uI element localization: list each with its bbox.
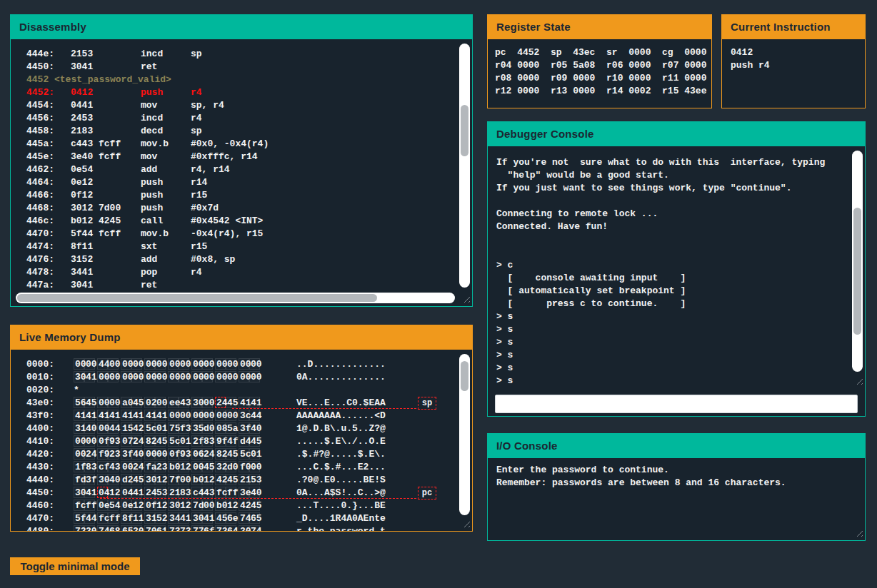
memory-byte[interactable]: 74	[239, 512, 249, 524]
io-console-resize-handle[interactable]	[854, 528, 863, 537]
memory-byte[interactable]: f0	[239, 461, 249, 472]
memory-byte[interactable]: fc	[74, 500, 84, 511]
memory-byte[interactable]: 23	[155, 461, 166, 472]
memory-byte[interactable]: 0e	[97, 500, 108, 511]
memory-byte[interactable]: 40	[84, 422, 95, 434]
memory-byte[interactable]: 00	[249, 358, 260, 370]
memory-byte[interactable]: 00	[179, 410, 189, 421]
memory-byte[interactable]: 45	[249, 435, 260, 447]
memory-byte[interactable]: 52	[155, 512, 166, 524]
memory-byte[interactable]: 0f	[144, 500, 155, 511]
memory-byte[interactable]: 12	[155, 500, 166, 511]
memory-byte[interactable]: 43	[202, 487, 213, 498]
memory-byte[interactable]: ff	[108, 512, 119, 524]
memory-byte[interactable]: b0	[168, 461, 179, 472]
memory-byte[interactable]: 41	[249, 397, 260, 408]
memory-byte[interactable]: fd	[74, 474, 84, 485]
memory-byte[interactable]: 45	[226, 474, 236, 485]
memory-byte[interactable]: 3f	[239, 422, 249, 434]
memory-byte[interactable]: d0	[202, 422, 213, 434]
memory-byte[interactable]: d2	[121, 474, 131, 485]
debugger-console-vertical-scrollbar[interactable]	[852, 151, 863, 372]
memory-byte[interactable]: 02	[144, 397, 155, 408]
memory-byte[interactable]: 53	[249, 474, 260, 485]
memory-byte[interactable]: 5a	[226, 422, 236, 434]
memory-byte[interactable]: 24	[202, 448, 213, 460]
memory-byte[interactable]: 45	[226, 397, 236, 408]
memory-byte[interactable]: 41	[155, 410, 166, 421]
memory-byte[interactable]: 00	[97, 422, 108, 434]
memory-byte[interactable]: 64	[226, 525, 236, 531]
memory-byte[interactable]: 54	[108, 500, 119, 511]
memory-byte[interactable]: 45	[202, 461, 213, 472]
memory-byte[interactable]: ff	[226, 487, 236, 498]
memory-byte[interactable]: 41	[108, 410, 119, 421]
memory-byte[interactable]: 12	[155, 474, 166, 485]
memory-byte[interactable]: 32	[215, 461, 226, 472]
memory-byte[interactable]: 12	[179, 461, 189, 472]
memory-byte[interactable]: 00	[249, 461, 260, 472]
memory-byte[interactable]: 00	[191, 358, 202, 370]
memory-byte[interactable]: 01	[155, 422, 166, 434]
memory-byte[interactable]: 04	[121, 487, 131, 498]
memory-byte[interactable]: 45	[226, 448, 236, 460]
memory-byte[interactable]: 24	[84, 448, 95, 460]
memory-byte[interactable]: 15	[121, 422, 131, 434]
memory-byte[interactable]: 68	[108, 525, 119, 531]
memory-byte[interactable]: 65	[121, 525, 131, 531]
memory-byte[interactable]: 93	[179, 448, 189, 460]
memory-byte[interactable]: 41	[97, 410, 108, 421]
memory-resize-handle[interactable]	[461, 519, 470, 527]
memory-byte[interactable]: 45	[215, 512, 226, 524]
memory-byte[interactable]: 00	[121, 358, 131, 370]
memory-byte[interactable]: 34	[168, 512, 179, 524]
memory-byte[interactable]: 5c	[168, 435, 179, 447]
memory-byte[interactable]: 00	[226, 358, 236, 370]
memory-byte[interactable]: 00	[202, 358, 213, 370]
memory-byte[interactable]: 00	[215, 358, 226, 370]
memory-byte[interactable]: 12	[202, 474, 213, 485]
memory-byte[interactable]: 83	[84, 461, 95, 472]
memory-byte[interactable]: 6f	[202, 525, 213, 531]
memory-byte[interactable]: 3e	[239, 487, 249, 498]
memory-byte[interactable]: 00	[202, 500, 213, 511]
memory-byte[interactable]: 44	[108, 422, 119, 434]
memory-byte[interactable]: 77	[191, 525, 202, 531]
memory-byte[interactable]: 5c	[239, 448, 249, 460]
memory-byte[interactable]: 61	[155, 525, 166, 531]
memory-byte[interactable]: 40	[131, 448, 142, 460]
memory-byte[interactable]: 00	[226, 410, 236, 421]
memory-byte[interactable]: 00	[155, 397, 166, 408]
memory-byte[interactable]: 41	[84, 410, 95, 421]
memory-byte[interactable]: b0	[191, 474, 202, 485]
memory-byte[interactable]: 11	[131, 512, 142, 524]
memory-byte[interactable]: 00	[121, 461, 131, 472]
memory-byte[interactable]: 00	[155, 358, 166, 370]
memory-vertical-scrollbar[interactable]	[459, 354, 470, 515]
memory-byte[interactable]: 30	[74, 371, 84, 382]
memory-byte[interactable]: 21	[239, 474, 249, 485]
memory-byte[interactable]: 00	[179, 358, 189, 370]
memory-scroll-thumb[interactable]	[461, 361, 468, 391]
memory-byte[interactable]: 00	[215, 371, 226, 382]
memory-byte[interactable]: 00	[108, 397, 119, 408]
memory-byte[interactable]: 30	[74, 487, 84, 498]
memory-byte[interactable]: 41	[74, 410, 84, 421]
memory-byte[interactable]: 00	[121, 371, 131, 382]
memory-byte[interactable]: 00	[144, 448, 155, 460]
memory-byte[interactable]: 00	[249, 371, 260, 382]
memory-byte[interactable]: 72	[215, 525, 226, 531]
memory-byte[interactable]: c4	[191, 487, 202, 498]
memory-byte[interactable]: 21	[168, 487, 179, 498]
memory-byte[interactable]: 74	[249, 525, 260, 531]
memory-byte[interactable]: fc	[215, 487, 226, 498]
memory-byte[interactable]: 00	[131, 358, 142, 370]
memory-byte[interactable]: 42	[215, 474, 226, 485]
memory-byte[interactable]: 00	[239, 371, 249, 382]
memory-byte[interactable]: 12	[179, 500, 189, 511]
memory-byte[interactable]: 82	[215, 448, 226, 460]
memory-byte[interactable]: 06	[191, 448, 202, 460]
memory-byte[interactable]: fc	[97, 512, 108, 524]
memory-byte[interactable]: 24	[131, 461, 142, 472]
memory-byte[interactable]: 45	[249, 500, 260, 511]
